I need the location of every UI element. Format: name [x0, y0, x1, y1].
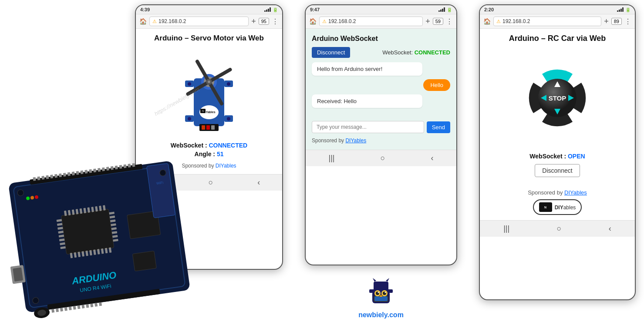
phone3-ws-status: WebSocket : OPEN — [487, 153, 628, 160]
svg-rect-20 — [202, 125, 205, 130]
menu-icon2[interactable]: ⋮ — [446, 17, 453, 26]
svg-rect-67 — [51, 309, 54, 313]
svg-rect-63 — [123, 164, 126, 168]
tab-count[interactable]: 95 — [259, 18, 269, 25]
svg-rect-47 — [54, 174, 57, 178]
svg-rect-52 — [76, 171, 79, 175]
svg-point-139 — [378, 292, 379, 293]
dpad-svg: STOP — [509, 50, 605, 146]
svg-marker-143 — [386, 278, 389, 282]
phone1-diyables-link[interactable]: DIYables — [216, 163, 236, 169]
svg-rect-58 — [102, 168, 105, 171]
phone3-diyables-link[interactable]: DIYables — [564, 189, 587, 196]
menu-icon3[interactable]: ⋮ — [624, 17, 631, 26]
svg-marker-142 — [373, 278, 376, 282]
phone1-url-bar[interactable]: ⚠ 192.168.0.2 — [149, 17, 249, 26]
nav-home-icon3[interactable]: ○ — [557, 224, 562, 233]
phone2-address-bar: 🏠 ⚠ 192.168.0.2 + 59 ⋮ — [306, 14, 456, 29]
svg-text:N: N — [202, 110, 204, 112]
svg-rect-71 — [69, 306, 72, 310]
svg-rect-75 — [86, 304, 89, 308]
svg-rect-68 — [56, 309, 59, 312]
home-icon3[interactable]: 🏠 — [483, 18, 491, 25]
svg-rect-31 — [617, 10, 618, 12]
owl-logo-svg — [366, 278, 396, 309]
nav-back-icon3[interactable]: ‹ — [609, 224, 611, 233]
svg-rect-3 — [270, 7, 271, 12]
phone2-ws-label: WebSocket: CONNECTED — [382, 49, 450, 56]
menu-icon[interactable]: ⋮ — [272, 17, 279, 26]
phone2-url-bar[interactable]: ⚠ 192.168.0.2 — [319, 17, 423, 26]
svg-point-10 — [227, 82, 230, 86]
svg-rect-132 — [374, 282, 388, 291]
phone3-sponsored: Sponsored by DIYables — [487, 189, 628, 196]
phone3-time: 2:20 — [484, 7, 494, 12]
newbiely-url: newbiely.com — [305, 311, 457, 319]
svg-rect-30 — [444, 7, 445, 12]
phone2-websocket: 9:47 🔋 🏠 ⚠ 192.168.0.2 + 59 ⋮ Arduino We… — [305, 4, 457, 265]
svg-rect-34 — [622, 7, 624, 12]
svg-rect-29 — [442, 9, 443, 12]
signal-icon3 — [617, 7, 624, 12]
rc-disconnect-button[interactable]: Disconnect — [535, 164, 580, 177]
message-input[interactable] — [312, 121, 424, 133]
tab-count3[interactable]: 89 — [611, 18, 622, 25]
diy-logo-text: DIYables — [555, 203, 576, 211]
phone3-bottom-nav: ||| ○ ‹ — [480, 220, 635, 237]
phone3-rc-car: 2:20 🔋 🏠 ⚠ 192.168.0.2 + 89 ⋮ Arduino – … — [479, 4, 636, 300]
svg-point-18 — [208, 80, 210, 83]
svg-rect-60 — [111, 166, 114, 170]
svg-rect-64 — [128, 164, 131, 168]
svg-rect-134 — [374, 296, 388, 301]
svg-rect-48 — [59, 174, 62, 178]
svg-rect-43 — [37, 177, 40, 181]
svg-rect-46 — [50, 174, 53, 178]
warning-icon2: ⚠ — [322, 19, 327, 24]
diy-logo-block: N — [539, 202, 552, 212]
arduino-board-container: WiFi ARDUINO UNO R4 WiFi — [0, 135, 221, 332]
svg-rect-45 — [46, 175, 49, 179]
nav-home-icon2[interactable]: ○ — [381, 154, 385, 163]
svg-rect-50 — [67, 172, 71, 176]
phone2-controls: Disconnect WebSocket: CONNECTED — [312, 47, 450, 58]
svg-rect-69 — [60, 308, 63, 312]
phone3-status-bar: 2:20 🔋 — [480, 5, 635, 14]
phone3-title: Arduino – RC Car via Web — [487, 34, 628, 43]
svg-rect-78 — [99, 302, 102, 306]
arduino-board-svg: WiFi ARDUINO UNO R4 WiFi — [0, 135, 221, 332]
nav-home-icon[interactable]: ○ — [209, 178, 213, 187]
svg-rect-79 — [61, 209, 114, 254]
svg-rect-44 — [41, 176, 44, 180]
nav-menu-icon2[interactable]: ||| — [329, 154, 335, 163]
message-input-row: Send — [312, 121, 450, 133]
phone2-status-icons: 🔋 — [438, 7, 452, 12]
phone1-title: Arduino – Servo Motor via Web — [143, 34, 275, 43]
svg-rect-65 — [132, 163, 135, 167]
phone2-time: 9:47 — [310, 7, 320, 12]
signal-icon2 — [438, 7, 445, 12]
nav-menu-icon3[interactable]: ||| — [503, 224, 509, 233]
add-tab-icon2[interactable]: + — [425, 17, 430, 26]
svg-rect-53 — [80, 171, 83, 174]
phone3-url-bar[interactable]: ⚠ 192.168.0.2 — [493, 17, 601, 26]
phone2-sponsored: Sponsored by DIYables — [312, 137, 450, 144]
tab-count2[interactable]: 59 — [433, 18, 443, 25]
add-tab-icon[interactable]: + — [251, 17, 256, 26]
nav-back-icon2[interactable]: ‹ — [431, 154, 433, 163]
phone3-content: Arduino – RC Car via Web — [480, 29, 635, 220]
disconnect-button[interactable]: Disconnect — [312, 47, 350, 58]
add-tab-icon3[interactable]: + — [604, 17, 609, 26]
svg-rect-51 — [72, 171, 75, 175]
send-button[interactable]: Send — [427, 121, 450, 133]
home-icon2[interactable]: 🏠 — [309, 18, 317, 25]
svg-rect-73 — [78, 305, 81, 309]
svg-rect-74 — [81, 305, 84, 309]
nav-back-icon[interactable]: ‹ — [257, 178, 260, 187]
phone2-diyables-link[interactable]: DIYables — [345, 137, 366, 144]
svg-rect-33 — [620, 9, 622, 12]
svg-point-11 — [188, 117, 191, 121]
servo-motor-image: DIYables N — [174, 48, 244, 135]
signal-icon — [264, 7, 271, 12]
home-icon[interactable]: 🏠 — [139, 18, 147, 25]
svg-rect-2 — [268, 9, 269, 12]
